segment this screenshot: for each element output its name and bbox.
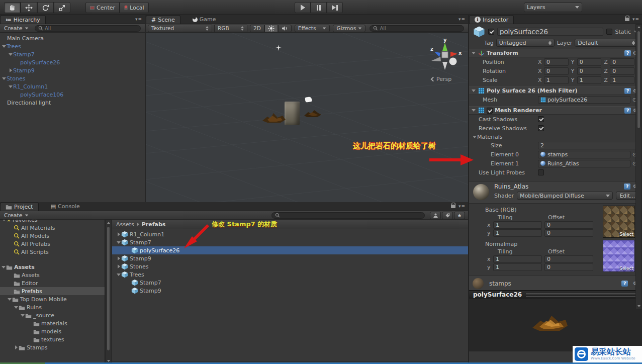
position-z-field[interactable]: 0 — [610, 58, 634, 66]
materials-foldout[interactable]: Materials — [469, 133, 642, 141]
help-icon[interactable] — [621, 281, 628, 287]
saved-search-star-button[interactable] — [454, 212, 465, 219]
asset-stamp7[interactable]: Stamp7 — [112, 238, 468, 246]
tab-console[interactable]: Console — [46, 202, 85, 211]
asset-trees-stamp9[interactable]: Stamp9 — [112, 287, 468, 295]
hierarchy-item-trees[interactable]: Trees — [0, 42, 145, 50]
scrollbar-thumb[interactable] — [107, 226, 110, 351]
hierarchy-item-polysurface26[interactable]: polySurface26 — [0, 58, 145, 66]
foldout-open-icon[interactable] — [471, 108, 476, 113]
tree-stamp-object[interactable] — [303, 109, 322, 118]
hierarchy-item-stamp9[interactable]: Stamp9 — [0, 66, 145, 74]
gameobject-name-field[interactable] — [497, 28, 603, 36]
2d-toggle-button[interactable]: 2D — [250, 25, 264, 32]
foldout-open-icon[interactable] — [1, 264, 6, 269]
search-by-type-button[interactable] — [430, 212, 441, 219]
hierarchy-item-stones[interactable]: Stones — [0, 74, 145, 82]
static-checkbox[interactable] — [606, 29, 612, 35]
tab-game[interactable]: Game — [188, 15, 221, 24]
scale-tool-button[interactable] — [54, 2, 70, 13]
scene-viewport[interactable]: y z x Persp 这儿把岩石的材质给了树 — [146, 33, 468, 202]
foldout-closed-icon[interactable] — [14, 345, 19, 350]
foldout-open-icon[interactable] — [471, 88, 476, 94]
asset-stamp9[interactable]: Stamp9 — [112, 254, 468, 262]
scroll-up-icon[interactable] — [636, 25, 641, 30]
panel-menu-icon[interactable] — [458, 17, 466, 22]
asset-stones[interactable]: Stones — [112, 262, 468, 270]
help-icon[interactable] — [624, 108, 631, 114]
panel-menu-icon[interactable] — [458, 204, 466, 209]
foldout-open-icon[interactable] — [2, 44, 7, 49]
hierarchy-item-main-camera[interactable]: Main Camera — [0, 34, 145, 42]
base-texture-thumbnail[interactable]: Select — [603, 206, 635, 238]
hierarchy-search-input[interactable] — [45, 26, 137, 31]
hierarchy-create-button[interactable]: Create — [2, 25, 31, 32]
base-tiling-x-field[interactable]: 1 — [493, 221, 542, 229]
normal-offset-y-field[interactable]: 0 — [544, 263, 593, 271]
preview-pane-header[interactable]: polySurface26 — [469, 290, 642, 299]
hierarchy-search[interactable] — [35, 25, 141, 32]
hierarchy-item-stamp7[interactable]: Stamp7 — [0, 50, 145, 58]
light-gizmo-icon[interactable] — [276, 45, 282, 51]
panel-menu-icon[interactable] — [135, 17, 142, 22]
shader-dropdown[interactable]: Mobile/Bumped Diffuse — [517, 192, 613, 200]
foldout-open-icon[interactable] — [471, 51, 476, 56]
scroll-up-icon[interactable] — [106, 220, 111, 225]
stone-column-object[interactable] — [285, 102, 300, 125]
position-y-field[interactable]: 0 — [577, 58, 602, 66]
mesh-renderer-component-header[interactable]: Mesh Renderer — [469, 106, 642, 115]
rotation-x-field[interactable]: 0 — [544, 67, 569, 75]
tree-prefabs-selected[interactable]: Prefabs — [0, 287, 105, 295]
lighting-toggle-button[interactable] — [264, 25, 278, 32]
play-button[interactable] — [295, 2, 311, 13]
favorites-all-materials[interactable]: All Materials — [0, 224, 105, 232]
foldout-open-icon[interactable] — [8, 52, 13, 57]
foldout-open-icon[interactable] — [472, 135, 477, 140]
tree-assets-root[interactable]: Assets — [0, 263, 105, 271]
tab-project[interactable]: Project — [0, 202, 39, 211]
project-search[interactable] — [271, 212, 425, 219]
favorites-foldout[interactable]: Favorites — [0, 220, 105, 224]
tree-editor[interactable]: Editor — [0, 279, 105, 287]
pivot-toggle-button[interactable]: Center — [85, 2, 120, 13]
tree-assets[interactable]: Assets — [0, 271, 105, 279]
scale-x-field[interactable]: 1 — [544, 76, 569, 84]
tab-hierarchy[interactable]: Hierarchy — [0, 15, 46, 24]
texture-select-button[interactable]: Select — [619, 266, 633, 271]
inspector-scrollbar[interactable] — [635, 24, 642, 309]
tree-top-down-mobile[interactable]: Top Down Mobile — [0, 295, 105, 303]
tree-ruins[interactable]: Ruins — [0, 303, 105, 311]
tab-scene[interactable]: Scene — [146, 15, 180, 24]
scene-search[interactable] — [370, 25, 464, 32]
channels-dropdown[interactable]: RGB — [214, 25, 247, 32]
base-offset-x-field[interactable]: 0 — [544, 221, 593, 229]
material-stamps-header[interactable]: stamps — [469, 275, 642, 290]
tag-dropdown[interactable]: Untagged — [496, 39, 555, 47]
favorites-all-models[interactable]: All Models — [0, 232, 105, 240]
normal-offset-x-field[interactable]: 0 — [544, 255, 593, 263]
light-gizmo-icon[interactable] — [305, 97, 312, 103]
rotation-z-field[interactable]: 0 — [610, 67, 634, 75]
asset-polysurface26-selected[interactable]: polySurface26 — [112, 246, 468, 254]
cast-shadows-checkbox[interactable] — [538, 116, 544, 122]
favorites-all-scripts[interactable]: All Scripts — [0, 248, 105, 256]
foldout-open-icon[interactable] — [2, 76, 7, 81]
foldout-open-icon[interactable] — [14, 305, 19, 310]
project-search-input[interactable] — [282, 213, 421, 218]
space-toggle-button[interactable]: Local — [120, 2, 149, 13]
foldout-closed-icon[interactable] — [116, 232, 121, 237]
preview-drag-grip[interactable] — [526, 293, 638, 297]
component-enabled-checkbox[interactable] — [487, 108, 493, 114]
draw-mode-dropdown[interactable]: Textured — [148, 25, 212, 32]
asset-r1-column1[interactable]: R1_Column1 — [112, 230, 468, 238]
foldout-closed-icon[interactable] — [116, 256, 121, 261]
scene-search-input[interactable] — [380, 26, 461, 31]
mesh-object-field[interactable]: polySurface26 — [538, 96, 630, 104]
light-probes-checkbox[interactable] — [538, 169, 544, 175]
hierarchy-item-r1-column1[interactable]: R1_Column1 — [0, 82, 145, 90]
lock-icon[interactable] — [625, 18, 629, 21]
foldout-open-icon[interactable] — [116, 240, 121, 245]
foldout-open-icon[interactable] — [116, 272, 121, 277]
layers-dropdown[interactable]: Layers — [524, 3, 582, 12]
transform-component-header[interactable]: Transform — [469, 49, 642, 57]
